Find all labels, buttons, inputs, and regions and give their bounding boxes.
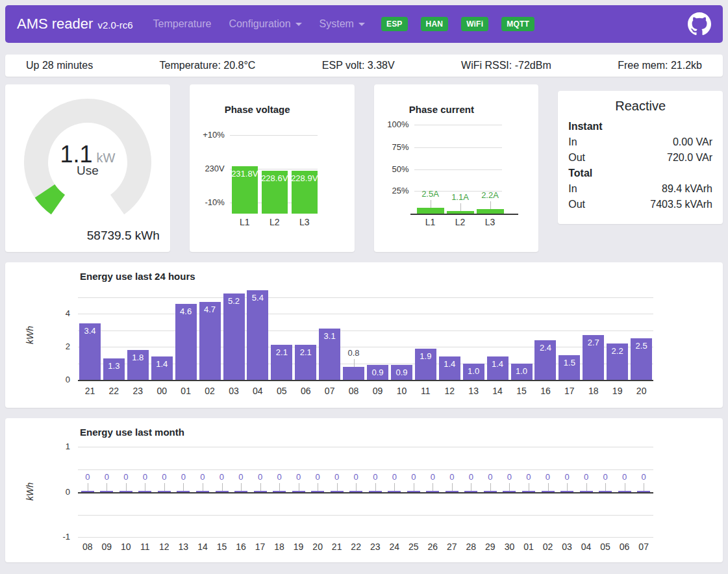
- bar-value-label: 2.1: [270, 347, 294, 357]
- y-axis-tick: 1: [5, 442, 70, 451]
- label-connector: [490, 201, 491, 209]
- y-axis-tick: 2: [5, 342, 70, 351]
- label-connector: [260, 483, 261, 491]
- x-axis-tick: 05: [596, 542, 615, 552]
- gridline: [78, 515, 653, 516]
- label-connector: [509, 483, 510, 491]
- x-axis-tick: 18: [270, 542, 289, 552]
- bar-value-label: 0: [442, 472, 462, 482]
- bar-value-label: 0: [500, 472, 520, 482]
- reactive-row-key: Out: [568, 150, 585, 166]
- free-mem-text: Free mem: 21.2kb: [618, 60, 702, 71]
- app-brand[interactable]: AMS reader v2.0-rc6: [17, 16, 133, 32]
- bar-09: [100, 491, 113, 492]
- gridline: [414, 125, 502, 125]
- bar-value-label: 1.0: [510, 366, 534, 376]
- bar-08: [81, 491, 94, 492]
- status-badge-han: HAN: [421, 17, 449, 31]
- y-axis-tick: 50%: [374, 164, 409, 174]
- phase-voltage-card: Phase voltage +10%230V-10%231.8VL1228.6V…: [190, 84, 355, 252]
- status-badge-wifi: WiFi: [461, 17, 488, 31]
- bar-value-label: 1.3: [102, 361, 126, 371]
- label-connector: [460, 203, 461, 211]
- bar-value-label: 2.2: [605, 346, 629, 356]
- gridline: [78, 537, 653, 538]
- x-axis-tick: 09: [97, 542, 117, 552]
- bar-04: [580, 491, 593, 492]
- uptime-text: Up 28 minutes: [26, 60, 93, 71]
- chevron-down-icon: [358, 23, 365, 26]
- bar-value-label: 0: [557, 472, 577, 482]
- nav-item-system[interactable]: System: [320, 18, 365, 30]
- y-axis-tick: +10%: [190, 130, 225, 140]
- esp-volt-text: ESP volt: 3.38V: [322, 60, 395, 71]
- x-axis-tick: 24: [385, 542, 405, 552]
- label-connector: [490, 483, 491, 491]
- bar-19: [292, 491, 305, 492]
- bar-12: [158, 491, 171, 492]
- bar-13: [177, 491, 190, 492]
- wifi-rssi-text: WiFi RSSI: -72dBm: [461, 60, 551, 71]
- phase-current-chart: 100%75%50%25%2.5AL11.1AL22.2AL3: [374, 84, 539, 252]
- gauge-label: Use: [5, 164, 170, 178]
- bar-01: [522, 491, 535, 492]
- bar-value-label: 0: [212, 472, 232, 482]
- reactive-row-value: 7403.5 kVArh: [650, 197, 712, 212]
- x-axis-tick: 03: [557, 542, 577, 552]
- reactive-row: In89.4 kVArh: [568, 181, 712, 197]
- bar-value-label: 0: [423, 472, 443, 482]
- bar-value-label: 0: [155, 472, 174, 482]
- x-axis-tick: 27: [442, 542, 462, 552]
- label-connector: [337, 483, 338, 491]
- nav-item-configuration[interactable]: Configuration: [229, 18, 301, 30]
- bar-value-label: 1.5: [557, 358, 581, 368]
- x-axis-tick: 29: [481, 542, 500, 552]
- status-badges: ESPHANWiFiMQTT: [381, 17, 547, 31]
- label-connector: [605, 483, 606, 491]
- label-connector: [375, 483, 376, 491]
- reactive-row: In0.00 VAr: [568, 134, 712, 150]
- x-axis-tick: 28: [462, 542, 481, 552]
- bar-24: [388, 491, 401, 492]
- y-axis-tick: 25%: [374, 186, 409, 195]
- label-connector: [279, 483, 280, 491]
- label-connector: [183, 483, 184, 491]
- y-axis-tick: -1: [5, 532, 70, 542]
- bar-value-label: 0: [404, 472, 423, 482]
- reactive-row-key: Out: [568, 197, 585, 212]
- x-axis-tick: 21: [78, 386, 102, 396]
- gridline: [78, 314, 653, 314]
- y-axis-tick: 100%: [374, 119, 409, 129]
- x-axis-tick: 03: [222, 386, 246, 396]
- x-axis-tick: 17: [557, 386, 581, 396]
- reactive-title: Reactive: [568, 99, 712, 114]
- bar-value-label: 0: [385, 472, 405, 482]
- label-connector: [433, 483, 433, 491]
- bar-value-label: 0: [270, 472, 289, 482]
- bar-value-label: 1.4: [150, 359, 174, 369]
- y-axis-tick: 75%: [374, 142, 409, 152]
- bar-25: [407, 491, 420, 492]
- x-axis-tick: 06: [615, 542, 634, 552]
- x-axis-tick: 08: [342, 386, 366, 396]
- gridline: [414, 169, 502, 170]
- x-axis-tick: 15: [212, 542, 232, 552]
- gridline: [78, 447, 653, 447]
- phase-voltage-chart: +10%230V-10%231.8VL1228.6VL2228.9VL3: [190, 84, 355, 252]
- x-axis-tick: 17: [251, 542, 270, 552]
- status-badge-esp: ESP: [381, 17, 408, 31]
- bar-value-label: 0: [327, 472, 347, 482]
- status-bar: Up 28 minutes Temperature: 20.8°C ESP vo…: [5, 55, 723, 77]
- bar-value-label: 0: [596, 472, 615, 482]
- bar-value-label: 2.4: [534, 343, 558, 353]
- x-axis-tick: 21: [327, 542, 347, 552]
- bar-value-label: 0.8: [342, 348, 366, 358]
- x-axis-tick: L3: [290, 217, 320, 227]
- github-link[interactable]: [688, 12, 711, 36]
- nav-item-temperature[interactable]: Temperature: [153, 18, 212, 30]
- x-axis-tick: 13: [462, 386, 486, 396]
- label-connector: [203, 483, 203, 491]
- x-axis-tick: 07: [318, 386, 342, 396]
- x-axis-tick: 01: [174, 386, 198, 396]
- chevron-down-icon: [295, 23, 302, 26]
